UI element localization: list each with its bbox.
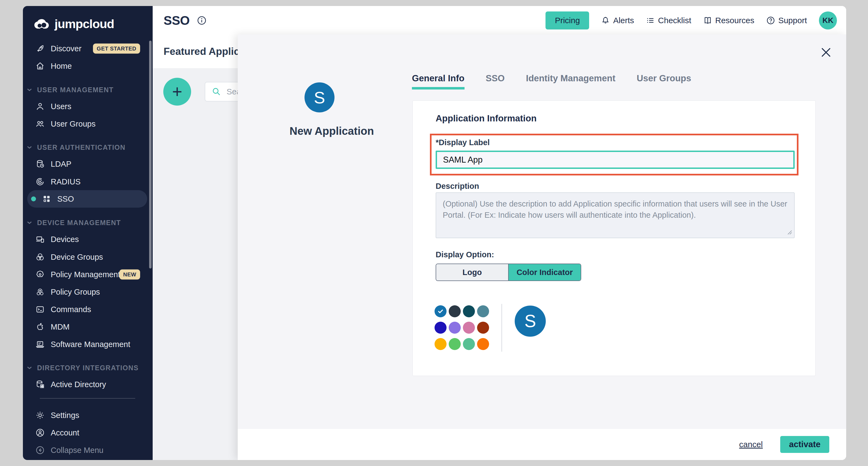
sidebar-item-device-groups[interactable]: Device Groups	[23, 248, 153, 266]
sidebar-item-label: MDM	[51, 322, 69, 331]
color-swatch[interactable]	[449, 305, 461, 317]
sidebar-item-account[interactable]: Account	[23, 424, 153, 441]
collapse-arrow-icon	[35, 445, 45, 455]
top-bar-actions: Pricing Alerts Checklist Resources Suppo…	[546, 11, 846, 29]
application-identity: S New Application	[289, 82, 349, 137]
sidebar-item-settings[interactable]: Settings	[23, 407, 153, 424]
new-application-modal: S New Application General Info SSO Ident…	[238, 34, 846, 460]
sidebar-item-collapse-menu[interactable]: Collapse Menu	[23, 441, 153, 459]
checklist-button[interactable]: Checklist	[646, 16, 691, 25]
support-button[interactable]: Support	[766, 16, 807, 25]
sidebar-item-label: Users	[51, 102, 71, 111]
toggle-option-color-indicator[interactable]: Color Indicator	[509, 264, 581, 281]
sidebar-item-mdm[interactable]: MDM	[23, 318, 153, 336]
color-indicator-preview: S	[515, 305, 546, 337]
cancel-link[interactable]: cancel	[739, 440, 763, 449]
sidebar-item-radius[interactable]: RADIUS	[23, 173, 153, 191]
color-swatch[interactable]	[449, 338, 461, 350]
get-started-badge: GET STARTED	[93, 43, 140, 54]
sidebar-item-label: Account	[51, 428, 79, 437]
application-avatar: S	[305, 82, 335, 112]
tab-sso[interactable]: SSO	[486, 73, 505, 89]
color-swatch[interactable]	[449, 322, 461, 334]
card-heading: Application Information	[436, 113, 536, 124]
sidebar-item-policy-groups[interactable]: Policy Groups	[23, 283, 153, 301]
section-user-authentication[interactable]: USER AUTHENTICATION	[23, 141, 153, 153]
sidebar-item-label: LDAP	[51, 159, 71, 169]
sidebar: jumpcloud Discover GET STARTED Home USER…	[23, 6, 153, 460]
alerts-button[interactable]: Alerts	[601, 16, 634, 25]
sidebar-item-label: RADIUS	[51, 177, 81, 186]
color-swatch[interactable]	[463, 305, 475, 317]
pricing-button[interactable]: Pricing	[546, 11, 589, 29]
bell-icon	[601, 16, 610, 25]
sidebar-item-discover[interactable]: Discover GET STARTED	[23, 40, 153, 57]
sidebar-item-user-groups[interactable]: User Groups	[23, 115, 153, 133]
top-bar: SSO Pricing Alerts Checklist Resources	[153, 6, 846, 35]
color-swatch[interactable]	[463, 322, 475, 334]
color-swatch[interactable]	[435, 322, 446, 334]
activate-button[interactable]: activate	[780, 436, 829, 453]
sidebar-item-active-directory[interactable]: Active Directory	[23, 376, 153, 393]
display-option-label: Display Option:	[436, 250, 494, 259]
sidebar-item-users[interactable]: Users	[23, 98, 153, 115]
description-textarea[interactable]	[436, 192, 795, 238]
color-swatch[interactable]	[477, 305, 489, 317]
policy-groups-icon	[35, 287, 45, 297]
resize-grip-icon[interactable]	[787, 229, 792, 235]
new-badge: NEW	[119, 269, 140, 280]
checklist-icon	[646, 16, 655, 25]
devices-icon	[35, 234, 45, 244]
tab-identity-management[interactable]: Identity Management	[526, 73, 615, 89]
sidebar-item-label: Devices	[51, 235, 79, 244]
sidebar-item-label: Policy Management	[51, 270, 120, 279]
support-label: Support	[778, 16, 807, 25]
user-icon	[35, 101, 45, 112]
rocket-icon	[35, 43, 45, 54]
user-avatar[interactable]: KK	[819, 11, 837, 29]
sidebar-item-label: Policy Groups	[51, 288, 100, 297]
question-circle-icon	[766, 16, 775, 25]
display-label-input[interactable]	[436, 151, 795, 169]
sidebar-item-sso-active[interactable]: SSO	[27, 190, 147, 208]
application-information-card: Application Information *Display Label D…	[412, 100, 816, 376]
color-swatch[interactable]	[477, 322, 489, 334]
color-swatch-selected[interactable]	[435, 305, 446, 317]
sidebar-item-home[interactable]: Home	[23, 57, 153, 75]
sidebar-item-label: User Groups	[51, 119, 95, 128]
toggle-option-logo[interactable]: Logo	[436, 264, 509, 281]
color-swatch-grid	[435, 305, 489, 350]
resources-label: Resources	[715, 16, 754, 25]
info-icon[interactable]	[197, 16, 207, 25]
resources-button[interactable]: Resources	[703, 16, 754, 25]
section-device-management[interactable]: DEVICE MANAGEMENT	[23, 216, 153, 229]
section-label: USER MANAGEMENT	[37, 86, 114, 94]
color-swatch[interactable]	[477, 338, 489, 350]
sidebar-item-ldap[interactable]: LDAP	[23, 155, 153, 173]
sidebar-item-policy-management[interactable]: Policy Management NEW	[23, 266, 153, 283]
chevron-down-icon	[27, 145, 32, 149]
section-label: DEVICE MANAGEMENT	[37, 219, 121, 227]
add-application-button[interactable]: +	[163, 78, 191, 106]
tab-general-info[interactable]: General Info	[412, 73, 465, 89]
venn-circles-icon	[35, 252, 45, 262]
sidebar-item-devices[interactable]: Devices	[23, 231, 153, 248]
modal-tabs: General Info SSO Identity Management Use…	[412, 73, 691, 89]
sidebar-item-commands[interactable]: Commands	[23, 301, 153, 318]
active-indicator-dot	[31, 197, 36, 201]
color-swatch[interactable]	[435, 338, 446, 350]
section-directory-integrations[interactable]: DIRECTORY INTEGRATIONS	[23, 362, 153, 374]
account-icon	[35, 428, 45, 438]
sidebar-item-software-management[interactable]: Software Management	[23, 336, 153, 353]
section-user-management[interactable]: USER MANAGEMENT	[23, 84, 153, 96]
application-name: New Application	[289, 125, 349, 137]
page-title: SSO	[163, 13, 190, 28]
color-swatch[interactable]	[463, 338, 475, 350]
alerts-label: Alerts	[613, 16, 634, 25]
tab-user-groups[interactable]: User Groups	[637, 73, 691, 89]
policy-icon	[35, 269, 45, 280]
search-icon	[212, 87, 221, 96]
sidebar-item-label: Software Management	[51, 340, 130, 349]
close-icon[interactable]	[820, 47, 832, 58]
jumpcloud-cloud-icon	[33, 18, 51, 30]
